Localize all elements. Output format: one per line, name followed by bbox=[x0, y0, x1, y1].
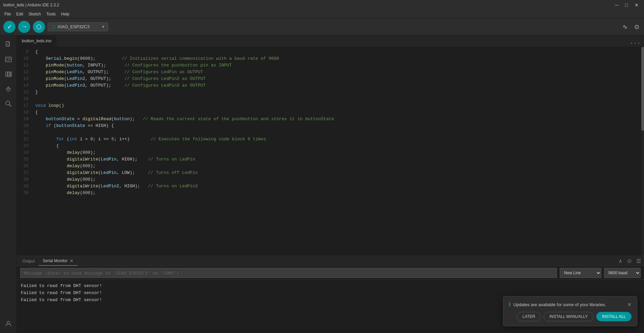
install-all-button[interactable]: INSTALL ALL bbox=[596, 312, 632, 321]
menu-item-sketch[interactable]: Sketch bbox=[26, 10, 44, 18]
table-row: 12 pinMode(LedPin, OUTPUT); // Configure… bbox=[17, 69, 644, 76]
serial-monitor-button[interactable]: ⊙ bbox=[633, 22, 641, 32]
sidebar-item-user[interactable] bbox=[2, 317, 15, 330]
table-row: 18 { bbox=[17, 109, 644, 116]
notification-header: ℹ Updates are available for some of your… bbox=[509, 301, 632, 308]
board-selector[interactable]: ⬡ XIAO_ESP32C3 ▾ bbox=[48, 22, 108, 31]
toolbar: ✓ → ⬡ ⬡ XIAO_ESP32C3 ▾ ∿ ⊙ bbox=[0, 18, 644, 35]
title-bar: button_leds | Arduino IDE 2.3.2 ─ □ ✕ bbox=[0, 0, 644, 10]
window-title: button_leds | Arduino IDE 2.3.2 bbox=[3, 3, 59, 7]
tab-serial-monitor-label: Serial Monitor bbox=[43, 258, 68, 263]
table-row: 29 digitalWrite(LedPin2, HIGH); // Turns… bbox=[17, 183, 644, 190]
tab-output[interactable]: Output bbox=[18, 256, 39, 266]
message-input[interactable] bbox=[20, 268, 557, 278]
mini-map-thumb bbox=[641, 47, 644, 131]
table-row: 9 { bbox=[17, 49, 644, 55]
table-row: 14 pinMode(LedPin3, OUTPUT); // Configur… bbox=[17, 82, 644, 89]
new-line-select[interactable]: New Line No Line Ending Newline Carriage… bbox=[560, 268, 601, 278]
table-row: 19 buttonState = digitalRead(button); //… bbox=[17, 116, 644, 123]
table-row: 27 digitalWrite(LedPin, LOW); // Turns o… bbox=[17, 170, 644, 176]
editor-tab[interactable]: button_leds.ino bbox=[17, 35, 57, 47]
table-row: 15 } bbox=[17, 89, 644, 96]
serial-output-line: Failed to read from DHT sensor! bbox=[21, 290, 640, 297]
tab-bar: button_leds.ino ··· bbox=[17, 35, 644, 47]
table-row: 23 { bbox=[17, 143, 644, 149]
notification-info-icon: ℹ bbox=[509, 301, 511, 308]
menu-item-file[interactable]: File bbox=[2, 10, 13, 18]
svg-line-20 bbox=[9, 105, 11, 107]
tab-serial-monitor[interactable]: Serial Monitor ✕ bbox=[39, 256, 78, 266]
svg-point-4 bbox=[6, 58, 7, 59]
later-button[interactable]: LATER bbox=[517, 312, 541, 321]
table-row: 30 delay(600); bbox=[17, 190, 644, 196]
menu-item-help[interactable]: Help bbox=[58, 10, 72, 18]
svg-line-15 bbox=[9, 87, 10, 88]
code-content[interactable]: 9 { 10 Serial.begin(9600); // Initialize… bbox=[17, 47, 644, 256]
minimize-button[interactable]: ─ bbox=[613, 2, 620, 8]
upload-button[interactable]: → bbox=[18, 21, 30, 33]
timestamp-button[interactable]: ⊙ bbox=[626, 257, 633, 265]
sidebar-item-debug[interactable] bbox=[2, 82, 15, 96]
notification-text: Updates are available for some of your l… bbox=[513, 302, 625, 307]
table-row: 13 pinMode(LedPin2, OUTPUT); // Configur… bbox=[17, 76, 644, 82]
table-row: 22 for (int i = 0; i <= 5; i++) // Execu… bbox=[17, 136, 644, 143]
serial-output-line: Failed to read from DHT sensor! bbox=[21, 283, 640, 290]
serial-plotter-button[interactable]: ∿ bbox=[621, 22, 629, 32]
content-area: button_leds.ino ··· 9 { 10 Serial.begin(… bbox=[17, 35, 644, 333]
tab-output-label: Output bbox=[23, 259, 35, 264]
collapse-panel-button[interactable]: ∧ bbox=[617, 257, 624, 265]
sidebar-item-search[interactable] bbox=[2, 97, 15, 110]
svg-rect-11 bbox=[10, 72, 11, 77]
board-icon: ⬡ bbox=[51, 24, 55, 30]
serial-monitor-close-icon[interactable]: ✕ bbox=[70, 258, 74, 263]
tab-more-button[interactable]: ··· bbox=[627, 40, 644, 47]
board-dropdown-arrow-icon: ▾ bbox=[102, 24, 104, 29]
sidebar-item-libraries[interactable] bbox=[2, 67, 15, 81]
notification-close-button[interactable]: ✕ bbox=[627, 301, 632, 308]
svg-rect-9 bbox=[6, 72, 7, 77]
menu-item-edit[interactable]: Edit bbox=[13, 10, 26, 18]
table-row: 25 digitalWrite(LedPin, HIGH); // Turns … bbox=[17, 156, 644, 163]
svg-rect-10 bbox=[8, 72, 10, 77]
table-row: 16 bbox=[17, 96, 644, 102]
menu-bar: FileEditSketchToolsHelp bbox=[0, 10, 644, 18]
svg-line-16 bbox=[6, 89, 7, 89]
svg-point-21 bbox=[7, 321, 10, 324]
debug-button[interactable]: ⬡ bbox=[33, 21, 45, 33]
serial-monitor-bar: New Line No Line Ending Newline Carriage… bbox=[17, 266, 644, 280]
sidebar-item-boards[interactable] bbox=[2, 53, 15, 66]
menu-item-tools[interactable]: Tools bbox=[44, 10, 58, 18]
install-manually-button[interactable]: INSTALL MANUALLY bbox=[544, 312, 593, 321]
svg-line-14 bbox=[7, 87, 8, 88]
table-row: 17 void loop() bbox=[17, 102, 644, 109]
table-row: 10 Serial.begin(9600); // Initializes se… bbox=[17, 55, 644, 62]
table-row: 20 if (buttonState == HIGH) { bbox=[17, 123, 644, 129]
toolbar-right: ∿ ⊙ bbox=[621, 22, 641, 32]
svg-point-5 bbox=[6, 60, 7, 61]
board-name: XIAO_ESP32C3 bbox=[57, 24, 89, 29]
bottom-tab-bar: Output Serial Monitor ✕ ∧ ⊙ ☰ bbox=[17, 256, 644, 266]
notification-buttons: LATER INSTALL MANUALLY INSTALL ALL bbox=[509, 312, 632, 321]
close-button[interactable]: ✕ bbox=[633, 2, 641, 8]
table-row: 11 pinMode(button, INPUT); // Configures… bbox=[17, 62, 644, 69]
verify-button[interactable]: ✓ bbox=[3, 21, 15, 33]
table-row: 21 bbox=[17, 129, 644, 136]
sidebar-item-files[interactable] bbox=[2, 38, 15, 51]
editor-tab-label: button_leds.ino bbox=[22, 38, 51, 43]
bottom-tab-icons: ∧ ⊙ ☰ bbox=[617, 257, 642, 265]
maximize-button[interactable]: □ bbox=[623, 2, 630, 8]
svg-line-17 bbox=[10, 89, 11, 89]
table-row: 26 delay(600); bbox=[17, 163, 644, 170]
table-row: 28 delay(800); bbox=[17, 176, 644, 183]
baud-rate-select[interactable]: 9600 baud 300 baud 1200 baud 2400 baud 4… bbox=[604, 268, 641, 278]
mini-map[interactable] bbox=[641, 47, 644, 256]
main-layout: button_leds.ino ··· 9 { 10 Serial.begin(… bbox=[0, 35, 644, 333]
sidebar bbox=[0, 35, 17, 333]
table-row: 24 delay(800); bbox=[17, 149, 644, 156]
code-editor: 9 { 10 Serial.begin(9600); // Initialize… bbox=[17, 47, 644, 256]
clear-output-button[interactable]: ☰ bbox=[635, 257, 642, 265]
notification-popup: ℹ Updates are available for some of your… bbox=[503, 296, 637, 326]
window-controls: ─ □ ✕ bbox=[613, 2, 641, 8]
